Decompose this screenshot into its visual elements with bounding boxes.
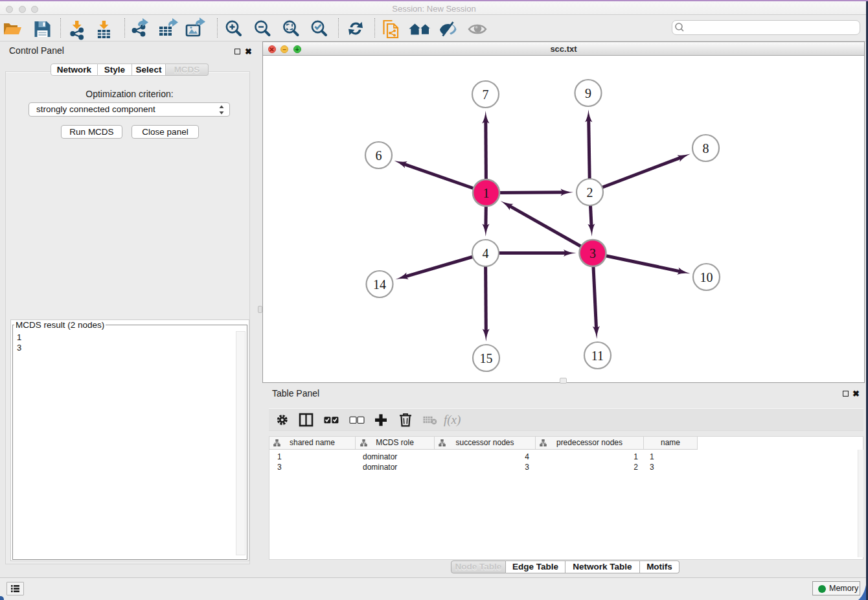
svg-text:11: 11 [591,349,604,363]
svg-text:f(x): f(x) [444,413,461,427]
svg-text:15: 15 [480,351,493,365]
svg-text:10: 10 [700,270,713,284]
svg-text:3: 3 [589,246,596,260]
svg-text:6: 6 [376,148,382,163]
svg-text:4: 4 [483,246,489,260]
svg-text:14: 14 [373,277,386,292]
svg-text:9: 9 [585,86,591,100]
svg-text:2: 2 [587,185,593,200]
svg-text:7: 7 [483,87,489,102]
svg-text:1: 1 [483,186,490,200]
svg-text:8: 8 [703,141,709,156]
